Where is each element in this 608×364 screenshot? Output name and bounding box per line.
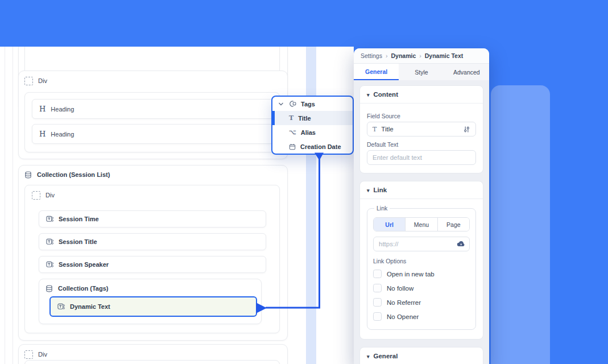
div-label: Div <box>38 77 47 84</box>
url-input[interactable] <box>373 237 470 251</box>
popup-item-label: Creation Date <box>300 143 341 150</box>
heading-row[interactable]: Heading <box>32 124 274 144</box>
breadcrumb-dynamic-text[interactable]: Dynamic Text <box>425 52 464 59</box>
option-no-referrer: No Referrer <box>373 295 470 309</box>
div-label: Div <box>38 351 47 358</box>
div-dashed-icon <box>24 350 33 359</box>
session-title-row[interactable]: Session Title <box>39 233 266 250</box>
calendar-icon <box>289 143 296 150</box>
popup-item-label: Alias <box>301 129 316 136</box>
div-label-row[interactable]: Div <box>24 74 47 88</box>
option-label: No follow <box>387 285 413 292</box>
link-type-url[interactable]: Url <box>374 218 406 231</box>
popup-item-alias[interactable]: Alias <box>272 125 353 139</box>
caret-down-icon <box>367 187 370 193</box>
div-label-row[interactable]: Div <box>24 348 47 361</box>
breadcrumb: Settings › Dynamic › Dynamic Text <box>354 48 489 64</box>
default-text-input[interactable] <box>367 150 476 165</box>
content-section-title: Content <box>374 91 398 98</box>
link-group-label: Link <box>374 205 390 212</box>
popup-tags-title: Tags <box>301 101 315 107</box>
builder-canvas: Div Heading Heading Collection (Session … <box>0 47 354 364</box>
decorative-side-card <box>491 85 550 364</box>
dynamic-text-label: Dynamic Text <box>70 303 110 310</box>
text-field-icon <box>373 126 377 133</box>
dynamic-text-icon <box>57 303 65 311</box>
general-section-title: General <box>374 353 398 359</box>
checkbox-no-opener[interactable] <box>373 312 382 321</box>
breadcrumb-settings[interactable]: Settings <box>361 52 382 59</box>
top-header-band <box>0 0 608 47</box>
dynamic-text-row-selected[interactable]: Dynamic Text <box>49 296 257 317</box>
link-type-page[interactable]: Page <box>438 218 469 231</box>
panel-tabs: General Style Advanced <box>354 64 489 81</box>
session-speaker-row[interactable]: Session Speaker <box>39 256 266 273</box>
content-section-card: Content Field Source Title Default Text <box>359 85 483 173</box>
div-dashed-icon <box>24 77 33 85</box>
heading-icon <box>39 130 46 138</box>
settings-panel: Settings › Dynamic › Dynamic Text Genera… <box>354 48 489 364</box>
div-label-row[interactable]: Div <box>32 188 55 202</box>
div-label: Div <box>46 192 55 198</box>
heading-row[interactable]: Heading <box>32 99 274 119</box>
checkbox-no-follow[interactable] <box>373 284 382 292</box>
checkbox-open-in-new-tab[interactable] <box>373 270 382 278</box>
content-section-header[interactable]: Content <box>360 86 483 104</box>
link-group: Link Url Menu Page <box>367 205 476 330</box>
caret-down-icon <box>367 91 370 98</box>
checkbox-no-referrer[interactable] <box>373 298 382 307</box>
column-gap-highlight <box>306 47 316 364</box>
heading-icon <box>39 105 46 113</box>
option-label: No Opener <box>387 313 419 320</box>
tab-general[interactable]: General <box>354 64 399 80</box>
popup-tags-header[interactable]: Tags <box>272 97 353 111</box>
collection-tags-label: Collection (Tags) <box>58 285 108 292</box>
database-icon <box>46 285 53 292</box>
panel-body: Content Field Source Title Default Text <box>354 80 489 364</box>
dynamic-text-icon <box>46 238 53 246</box>
popup-item-title[interactable]: Title <box>272 111 353 125</box>
container-box-partial[interactable] <box>24 360 280 364</box>
popup-item-label: Title <box>298 115 311 122</box>
database-icon <box>24 171 32 179</box>
tab-advanced[interactable]: Advanced <box>444 64 489 80</box>
collection-tags-label-row[interactable]: Collection (Tags) <box>46 282 108 295</box>
tags-field-popup: Tags Title Alias Creation Date <box>271 96 354 155</box>
text-field-icon <box>289 114 293 122</box>
dynamic-text-icon <box>46 261 53 268</box>
session-title-label: Session Title <box>59 238 97 245</box>
breadcrumb-dynamic[interactable]: Dynamic <box>391 52 416 59</box>
general-section-header[interactable]: General <box>360 348 483 364</box>
field-source-control[interactable]: Title <box>367 122 476 136</box>
alias-icon <box>289 129 296 136</box>
caret-down-icon <box>367 353 370 359</box>
popup-item-creation-date[interactable]: Creation Date <box>272 139 353 154</box>
option-no-opener: No Opener <box>373 309 470 324</box>
link-options-label: Link Options <box>373 258 470 264</box>
ancestor-guide-line <box>5 47 5 364</box>
tab-style[interactable]: Style <box>399 64 444 80</box>
cloud-upload-icon[interactable] <box>457 240 465 247</box>
breadcrumb-separator: › <box>419 52 421 59</box>
dynamic-text-icon <box>46 216 53 223</box>
general-section-card: General Color <box>359 347 483 364</box>
option-open-in-new-tab: Open in new tab <box>373 267 470 281</box>
collection-session-list-label-row[interactable]: Collection (Session List) <box>24 168 110 181</box>
session-time-row[interactable]: Session Time <box>39 210 266 228</box>
breadcrumb-separator: › <box>386 52 388 59</box>
link-section-card: Link Link Url Menu Page <box>359 181 483 340</box>
field-source-value: Title <box>381 126 458 133</box>
session-speaker-label: Session Speaker <box>59 261 109 268</box>
link-section-header[interactable]: Link <box>360 181 483 199</box>
field-source-label: Field Source <box>367 113 476 119</box>
collection-session-list-label: Collection (Session List) <box>37 171 110 178</box>
builder-screen: Div Heading Heading Collection (Session … <box>0 0 608 364</box>
ancestor-guide-line <box>13 47 13 364</box>
sliders-icon[interactable] <box>463 126 470 133</box>
heading-label: Heading <box>51 131 74 138</box>
option-label: No Referrer <box>387 299 421 306</box>
session-time-label: Session Time <box>59 216 99 222</box>
option-label: Open in new tab <box>387 271 435 278</box>
link-type-menu[interactable]: Menu <box>406 218 437 231</box>
link-section-title: Link <box>374 187 387 193</box>
